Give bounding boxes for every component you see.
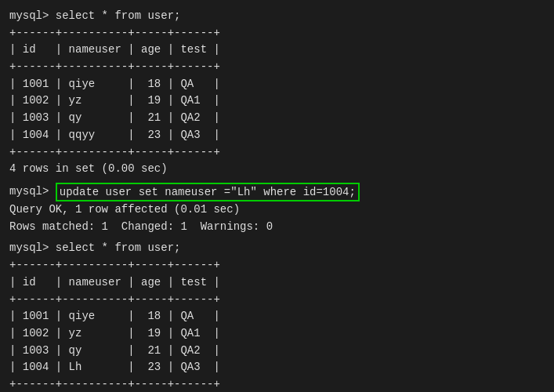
table2-row-1: | 1001 | qiye | 18 | QA |: [9, 308, 545, 325]
rows-matched-line: Rows matched: 1 Changed: 1 Warnings: 0: [9, 219, 545, 236]
command-line-1: mysql> select * from user;: [9, 8, 545, 25]
table2-border-mid: +------+----------+-----+------+: [9, 292, 545, 309]
table1-row-1: | 1001 | qiye | 18 | QA |: [9, 76, 545, 93]
table1-border-top: +------+----------+-----+------+: [9, 25, 545, 42]
result-1: 4 rows in set (0.00 sec): [9, 161, 545, 178]
command-text-3: select * from user;: [56, 241, 181, 254]
terminal-window: mysql> select * from user; +------+-----…: [0, 0, 554, 392]
table2-header: | id | nameuser | age | test |: [9, 274, 545, 292]
table2-border-bottom: +------+----------+-----+------+: [9, 376, 545, 392]
prompt-1: mysql>: [9, 9, 56, 22]
table2-border-top: +------+----------+-----+------+: [9, 257, 545, 274]
prompt-2: mysql>: [9, 183, 56, 201]
table2-row-3: | 1003 | qy | 21 | QA2 |: [9, 343, 545, 360]
table2-row-2: | 1002 | yz | 19 | QA1 |: [9, 325, 545, 343]
query-ok-line: Query OK, 1 row affected (0.01 sec): [9, 201, 545, 219]
command-line-2: mysql> update user set nameuser ="Lh" wh…: [9, 183, 545, 201]
table1-row-2: | 1002 | yz | 19 | QA1 |: [9, 93, 545, 110]
prompt-3: mysql>: [9, 241, 56, 254]
command-highlighted: update user set nameuser ="Lh" where id=…: [56, 183, 360, 201]
table1-border-mid: +------+----------+-----+------+: [9, 59, 545, 76]
table1-row-4: | 1004 | qqyy | 23 | QA3 |: [9, 127, 545, 144]
table1-row-3: | 1003 | qy | 21 | QA2 |: [9, 110, 545, 127]
table1-border-bottom: +------+----------+-----+------+: [9, 144, 545, 162]
command-text-1: select * from user;: [56, 9, 181, 22]
command-line-3: mysql> select * from user;: [9, 240, 545, 257]
table2-row-4: | 1004 | Lh | 23 | QA3 |: [9, 359, 545, 376]
table1-header: | id | nameuser | age | test |: [9, 42, 545, 59]
